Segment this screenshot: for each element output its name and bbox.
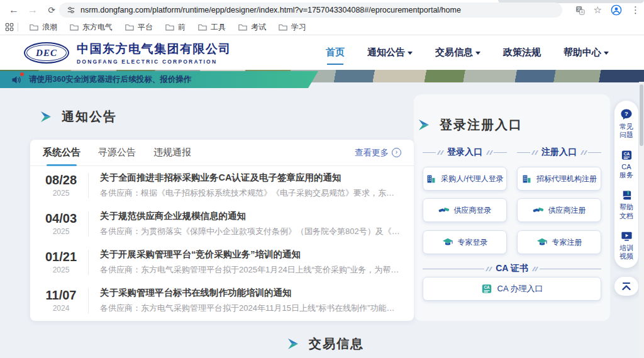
slash-decoration: [487, 150, 491, 155]
tab-violation-reports[interactable]: 违规通报: [153, 140, 191, 166]
slash-decoration: [533, 150, 536, 155]
notice-title[interactable]: 关于开展采购管理平台“竞价采购业务”培训的通知: [100, 249, 401, 260]
bookmark-folder-xuexi[interactable]: 学习: [272, 21, 313, 33]
chevron-down-icon: [475, 52, 480, 55]
faq-shortcut[interactable]: ? 常见问题: [618, 108, 635, 139]
vertical-divider: [88, 288, 89, 313]
url-text[interactable]: nsrm.dongfang.com/platform/runtime/epp/d…: [80, 6, 461, 14]
bookmark-star-icon[interactable]: ☆: [594, 4, 602, 16]
ca-badge-icon: CA: [621, 149, 633, 161]
nav-item-home[interactable]: 首页: [326, 43, 345, 62]
agency-register-button[interactable]: 招标代理机构注册: [517, 167, 601, 191]
bookmark-folder-langchao[interactable]: 浪潮: [23, 21, 64, 33]
video-play-icon: [621, 230, 633, 242]
register-entry-header: 注册入口: [517, 147, 601, 158]
apps-grid-icon[interactable]: [5, 23, 14, 31]
notice-row[interactable]: 11/07 2024 关于采购管理平台标书在线制作功能培训的通知 各供应商：东方…: [30, 281, 414, 320]
browser-window: ← → ⟳ nsrm.dongfang.com/platform/runtime…: [0, 0, 644, 358]
forward-button[interactable]: →: [25, 3, 40, 18]
bookmark-folder-qian[interactable]: 前: [159, 21, 192, 33]
reload-button[interactable]: ⟳: [44, 3, 59, 18]
nav-item-trade-info[interactable]: 交易信息: [435, 43, 480, 62]
login-section-title: 登录注册入口: [440, 116, 523, 133]
notice-date: 11/07 2024: [43, 288, 79, 313]
slash-decoration: [487, 267, 491, 271]
notice-title[interactable]: 关于全面推进非招标采购业务CA认证及电子签章应用的通知: [100, 172, 401, 184]
question-bubble-icon: ?: [620, 108, 633, 121]
back-button[interactable]: ←: [6, 3, 21, 18]
slash-decoration: [582, 150, 586, 155]
building-icon: [521, 174, 532, 184]
notice-title[interactable]: 关于规范供应商企业规模信息的通知: [100, 210, 401, 222]
slash-decoration: [533, 267, 537, 271]
notice-desc: 各供应商：为贯彻落实《保障中小企业款项支付条例》（国务院令第802号）及《中小企…: [100, 226, 401, 237]
address-bar[interactable]: nsrm.dongfang.com/platform/runtime/epp/d…: [59, 3, 562, 18]
notice-date: 04/03 2025: [43, 211, 79, 236]
ca-service-shortcut[interactable]: CA CA服务: [618, 149, 635, 179]
login-entry-header: 登录入口: [423, 147, 507, 158]
notice-row[interactable]: 01/21 2025 关于开展采购管理平台“竞价采购业务”培训的通知 各供应商：…: [30, 243, 414, 281]
bookmarks-bar: 浪潮 东方电气 平台 前 工具 考试 学习: [0, 20, 644, 35]
vertical-divider: [88, 173, 89, 198]
handshake-icon: [533, 205, 544, 215]
nav-item-notices[interactable]: 通知公告: [367, 43, 413, 62]
supplier-login-button[interactable]: 供应商登录: [423, 198, 507, 222]
speaker-icon: [11, 75, 23, 85]
notice-date: 01/21 2025: [43, 250, 79, 274]
help-docs-shortcut[interactable]: 帮助文档: [618, 189, 635, 220]
login-section-head: 登录注册入口: [417, 116, 523, 133]
chevron-down-icon: [604, 52, 609, 55]
browser-toolbar: ← → ⟳ nsrm.dongfang.com/platform/runtime…: [0, 0, 644, 20]
trade-info-section-head: 交易信息: [286, 335, 364, 352]
notice-title[interactable]: 关于采购管理平台标书在线制作功能培训的通知: [100, 287, 401, 299]
notice-row[interactable]: 04/03 2025 关于规范供应商企业规模信息的通知 各供应商：为贯彻落实《保…: [30, 204, 414, 243]
collapse-sidebar-button[interactable]: [614, 277, 638, 296]
training-videos-shortcut[interactable]: 培训视频: [618, 230, 635, 260]
supplier-register-button[interactable]: 供应商注册: [517, 198, 601, 222]
tab-system-notices[interactable]: 系统公告: [43, 140, 80, 166]
section-arrow-icon: [286, 338, 300, 350]
bookmarks-separator: [18, 23, 18, 31]
bookmark-folder-gongju[interactable]: 工具: [192, 21, 232, 33]
section-arrow-icon: [39, 111, 53, 123]
notice-desc: 各供应商：根据《电子招标投标系统技术规范》《电子采购交易规范》要求，东方电气采购…: [100, 187, 401, 199]
building-icon: [426, 174, 436, 184]
tab-sourcing-notices[interactable]: 寻源公告: [98, 140, 136, 166]
collapse-up-icon: [621, 282, 631, 291]
bookmark-folder-pingtai[interactable]: 平台: [119, 21, 159, 33]
expert-login-button[interactable]: 专家登录: [423, 230, 507, 254]
svg-text:CA: CA: [484, 285, 490, 289]
notice-date: 08/28 2025: [43, 173, 79, 198]
ca-apply-button[interactable]: CA CA 办理入口: [423, 277, 601, 301]
chevron-right-circle-icon: ›: [392, 148, 401, 157]
company-name-block: 中国东方电气集团有限公司 DONGFANG ELECTRIC CORPORATI…: [77, 41, 231, 65]
floating-sidebar: ? 常见问题 CA CA服务 帮助文档 培训视频: [614, 101, 638, 268]
slash-decoration: [438, 150, 442, 155]
graduation-cap-icon: [442, 237, 453, 247]
tune-icon[interactable]: [67, 6, 75, 14]
notification-dot: [20, 72, 24, 76]
vertical-divider: [88, 250, 89, 275]
graduation-cap-icon: [536, 237, 548, 247]
menu-dots-icon[interactable]: ⋮: [631, 4, 640, 16]
purchaser-login-button[interactable]: 采购人/代理人登录: [423, 167, 507, 191]
expert-register-button[interactable]: 专家注册: [517, 230, 601, 254]
nav-item-help-center[interactable]: 帮助中心: [564, 43, 609, 62]
bookmark-folder-dongfang[interactable]: 东方电气: [64, 21, 119, 33]
dec-logo-text: DEC: [36, 48, 57, 59]
chevron-down-icon: [408, 52, 413, 55]
section-arrow-icon: [417, 119, 431, 131]
notice-desc: 各供应商：东方电气采购管理平台拟于2024年11月15日上线“标书在线制作”功能…: [100, 303, 401, 314]
site-header: DEC 中国东方电气集团有限公司 DONGFANG ELECTRIC CORPO…: [0, 35, 644, 70]
bookmark-folder-kaoshi[interactable]: 考试: [232, 21, 272, 33]
scrollbar-thumb[interactable]: [640, 84, 643, 146]
profile-avatar-icon[interactable]: [611, 4, 622, 16]
view-more-link[interactable]: 查看更多 ›: [355, 147, 401, 159]
notices-section-title: 通知公告: [62, 108, 117, 125]
dec-logo[interactable]: DEC: [24, 42, 69, 64]
vertical-divider: [88, 211, 89, 237]
company-name-en: DONGFANG ELECTRIC CORPORATION: [77, 59, 231, 65]
translate-icon[interactable]: 文A: [575, 6, 585, 15]
nav-item-policies[interactable]: 政策法规: [503, 43, 541, 62]
notice-row[interactable]: 08/28 2025 关于全面推进非招标采购业务CA认证及电子签章应用的通知 各…: [30, 166, 414, 204]
